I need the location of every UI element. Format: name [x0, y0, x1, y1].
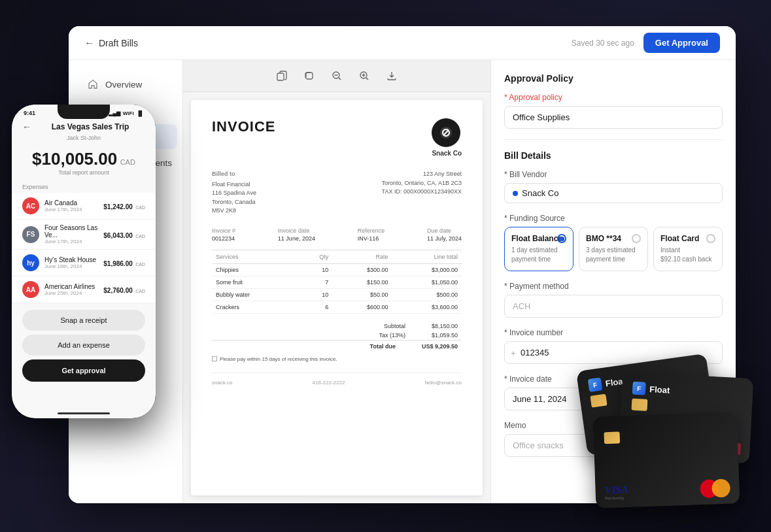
expense-currency: CAD [135, 205, 145, 210]
payment-method-input[interactable] [504, 295, 723, 318]
trip-title: Las Vegas Sales Trip [35, 122, 145, 131]
expense-list: AC Air Canada June 17th, 2024 $1,242.00 … [12, 193, 156, 303]
expense-amount-wrap: $1,986.00 CAD [103, 257, 145, 269]
expense-logo: hy [22, 254, 39, 271]
zoom-out-icon[interactable] [328, 67, 346, 85]
top-right: Saved 30 sec ago Get Approval [572, 33, 720, 53]
expense-amount-wrap: $2,760.00 CAD [103, 284, 145, 295]
list-item[interactable]: AA American Airlines June 25th, 2024 $2,… [12, 276, 156, 303]
trip-person: Jack St-John [12, 135, 156, 144]
snap-receipt-button[interactable]: Snap a receipt [22, 310, 145, 331]
invoice-document: INVOICE Snack Co Billed to Float Financi… [191, 100, 483, 495]
copy-icon[interactable] [300, 67, 318, 85]
signal-icon: ▂▄▆ [109, 110, 120, 116]
back-button[interactable]: ← Draft Bills [84, 37, 138, 49]
billed-to-label: Billed to [212, 170, 256, 179]
sidebar-item-overview[interactable]: Overview [74, 72, 177, 97]
snack-logo [432, 118, 460, 147]
expense-amount: $1,242.00 [103, 203, 133, 210]
svg-line-11 [339, 78, 341, 80]
item-rate: $50.00 [332, 288, 392, 301]
tax-label: Tax (13%) [379, 332, 405, 339]
bill-details-title: Bill Details [504, 150, 723, 161]
visa-logo: VISA Purchasing [604, 484, 628, 500]
svg-rect-7 [277, 73, 284, 80]
vendor-address: 123 Any Street [423, 171, 462, 177]
item-rate: $150.00 [332, 276, 392, 288]
float-card-radio [706, 234, 715, 243]
bmo-sub: 3 days estimatedpayment time [586, 246, 641, 264]
float-logo-2: F Float [632, 382, 743, 401]
expense-info: Four Seasons Las Ve... June 17th, 2024 [44, 224, 98, 244]
footer-website: snack.co [212, 380, 233, 386]
invoice-date-label: Invoice date [278, 227, 315, 234]
expense-name: Hy's Steak House [44, 256, 98, 263]
float-logo-mark-2: F [632, 382, 646, 395]
table-row: Crackers 6 $600.00 $3,600.00 [212, 301, 462, 313]
expense-logo: AA [22, 281, 39, 298]
invoice-table: Services Qty Rate Line total Chippies 10… [212, 250, 462, 314]
item-qty: 7 [298, 276, 332, 288]
expense-date: June 17th, 2024 [44, 239, 98, 244]
table-row: Chippies 10 $300.00 $3,000.00 [212, 263, 462, 276]
back-arrow-icon: ← [84, 37, 95, 49]
expense-amount: $2,760.00 [103, 287, 133, 294]
phone-amount: $10,005.00 CAD Total report amount [12, 144, 156, 181]
total-label: Total due [370, 343, 396, 350]
item-rate: $600.00 [332, 301, 392, 313]
vendor-name-header: Snack Co [432, 150, 462, 157]
phone-approval-button[interactable]: Get approval [22, 359, 145, 382]
download-icon[interactable] [383, 67, 401, 85]
funding-float-balance[interactable]: Float Balance 1 day estimatedpayment tim… [504, 227, 574, 271]
vendor-input-wrap[interactable]: Snack Co [504, 183, 723, 203]
phone-notch [58, 105, 110, 119]
float-cards-container: F Float 🇨🇦 F Float 🇺🇸 VISA Purchasing [568, 362, 751, 519]
bill-vendor-label: * Bill Vendor [504, 170, 723, 179]
zoom-in-icon[interactable] [355, 67, 373, 85]
expense-amount-wrap: $1,242.00 CAD [103, 200, 145, 212]
bill-vendor-field: * Bill Vendor Snack Co [504, 170, 723, 203]
pay-notice: Please pay within 15 days of receiving t… [212, 356, 462, 362]
float-balance-sub: 1 day estimatedpayment time [511, 246, 566, 264]
invoice-date-val: 11 June, 2024 [278, 235, 315, 242]
totals-section: Subtotal $8,150.00 Tax (13%) $1,059.50 T… [212, 319, 462, 351]
invoice-title: INVOICE [212, 118, 275, 135]
table-row: Some fruit 7 $150.00 $1,050.00 [212, 276, 462, 288]
approval-policy-input[interactable] [504, 106, 723, 129]
expense-date: June 17th, 2024 [44, 207, 98, 212]
checkbox-icon [212, 356, 217, 361]
expense-currency: CAD [135, 289, 145, 293]
col-services: Services [212, 250, 298, 263]
list-item[interactable]: FS Four Seasons Las Ve... June 17th, 202… [12, 220, 156, 250]
expense-date: June 18th, 2024 [44, 263, 98, 269]
list-item[interactable]: hy Hy's Steak House June 18th, 2024 $1,9… [12, 250, 156, 276]
phone-back-button[interactable]: ← [22, 122, 31, 132]
col-total: Line total [392, 250, 462, 263]
tax-val: $1,059.50 [432, 332, 458, 339]
expense-info: Air Canada June 17th, 2024 [44, 199, 98, 212]
vendor-tax: TAX ID: 000X0000X123490XX [382, 188, 462, 195]
float-brand-2: Float [649, 384, 670, 395]
expense-name: Air Canada [44, 199, 98, 207]
expenses-label: Expenses [12, 181, 156, 193]
due-date-val: 11 July, 2024 [427, 235, 462, 242]
phone-time: 9:41 [24, 110, 35, 116]
funding-float-card[interactable]: Float Card Instant$92.10 cash back [653, 227, 723, 271]
billed-to-city: Toronto, Canada [212, 199, 256, 205]
add-expense-button[interactable]: Add an expense [22, 335, 145, 356]
get-approval-button[interactable]: Get Approval [643, 33, 720, 53]
vendor-value: Snack Co [522, 188, 558, 198]
item-total: $3,600.00 [392, 301, 462, 313]
reference-val: INV-116 [358, 235, 385, 242]
invoice-number-val: 0012234 [212, 235, 235, 242]
amount-currency: CAD [120, 158, 135, 166]
expense-date: June 25th, 2024 [44, 290, 98, 296]
item-name: Bubbly water [212, 288, 298, 301]
duplicate-icon[interactable] [273, 67, 291, 85]
item-name: Crackers [212, 301, 298, 313]
list-item[interactable]: AC Air Canada June 17th, 2024 $1,242.00 … [12, 193, 156, 220]
funding-bmo[interactable]: BMO **34 3 days estimatedpayment time [579, 227, 648, 271]
expense-name: Four Seasons Las Ve... [44, 224, 98, 239]
item-total: $1,050.00 [392, 276, 462, 288]
float-card-sub: Instant$92.10 cash back [660, 246, 715, 264]
